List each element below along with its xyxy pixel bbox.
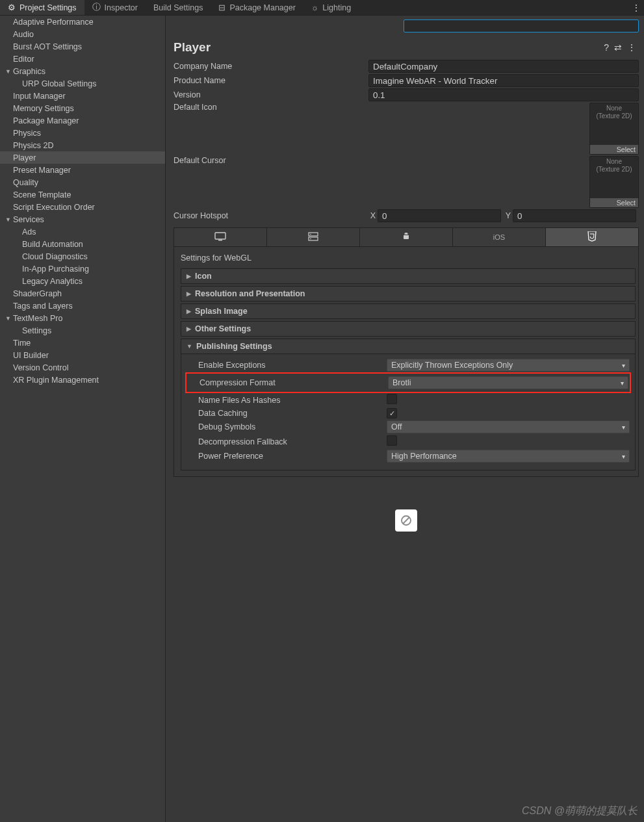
- platform-tab-ios[interactable]: iOS: [453, 228, 546, 246]
- compression-format-dropdown[interactable]: Brotli: [388, 376, 628, 389]
- publishing-settings-body: Enable Exceptions Explicitly Thrown Exce…: [181, 354, 636, 470]
- sidebar-item-burst-aot[interactable]: Burst AOT Settings: [0, 40, 165, 53]
- foldout-label: Other Settings: [195, 324, 251, 333]
- dropdown-value: High Performance: [391, 452, 457, 461]
- sidebar-item-in-app-purchasing[interactable]: In-App Purchasing: [0, 263, 165, 275]
- menu-icon[interactable]: ⋮: [627, 42, 636, 53]
- company-name-input[interactable]: [368, 60, 639, 73]
- texture-none: None: [590, 158, 638, 166]
- tab-label: Lighting: [322, 3, 351, 12]
- sidebar-item-urp-global[interactable]: URP Global Settings: [0, 77, 165, 90]
- platform-tab-server[interactable]: [267, 228, 360, 246]
- sidebar-item-time[interactable]: Time: [0, 337, 165, 349]
- power-preference-dropdown[interactable]: High Performance: [387, 450, 630, 463]
- data-caching-checkbox[interactable]: ✓: [387, 408, 397, 418]
- sidebar-item-textmesh-settings[interactable]: Settings: [0, 324, 165, 337]
- sidebar-item-shadergraph[interactable]: ShaderGraph: [0, 287, 165, 300]
- sidebar-item-xr-plugin[interactable]: XR Plugin Management: [0, 374, 165, 386]
- dropdown-value: Explicitly Thrown Exceptions Only: [391, 361, 513, 370]
- texture-none: None: [590, 105, 638, 112]
- tab-bar: ⚙ Project Settings ⓘ Inspector Build Set…: [0, 0, 644, 16]
- product-name-input[interactable]: [368, 74, 639, 87]
- sidebar-item-player[interactable]: Player: [0, 151, 165, 164]
- settings-for-label: Settings for WebGL: [181, 251, 636, 266]
- foldout-resolution[interactable]: Resolution and Presentation: [181, 286, 636, 302]
- sidebar-item-tags-layers[interactable]: Tags and Layers: [0, 300, 165, 312]
- sidebar-item-preset-manager[interactable]: Preset Manager: [0, 164, 165, 176]
- name-files-hashes-checkbox[interactable]: [387, 394, 397, 404]
- sidebar-item-graphics[interactable]: Graphics: [0, 65, 165, 77]
- platform-tab-standalone[interactable]: [174, 228, 267, 246]
- version-label: Version: [174, 90, 368, 99]
- sidebar-item-input-manager[interactable]: Input Manager: [0, 90, 165, 102]
- debug-symbols-dropdown[interactable]: Off: [387, 420, 630, 433]
- sidebar-item-adaptive-performance[interactable]: Adaptive Performance: [0, 16, 165, 28]
- foldout-splash-image[interactable]: Splash Image: [181, 303, 636, 319]
- sidebar-item-textmesh-pro[interactable]: TextMesh Pro: [0, 312, 165, 324]
- enable-exceptions-dropdown[interactable]: Explicitly Thrown Exceptions Only: [387, 359, 630, 372]
- compression-format-highlight: Compression Format Brotli: [185, 372, 631, 393]
- x-label: X: [368, 211, 378, 220]
- sidebar-item-scene-template[interactable]: Scene Template: [0, 188, 165, 201]
- sidebar-item-quality[interactable]: Quality: [0, 176, 165, 188]
- sidebar-item-legacy-analytics[interactable]: Legacy Analytics: [0, 275, 165, 287]
- foldout-label: Icon: [195, 272, 212, 281]
- preset-icon[interactable]: ⇄: [614, 42, 622, 53]
- sidebar-item-build-automation[interactable]: Build Automation: [0, 238, 165, 250]
- tab-package-manager[interactable]: ⊟ Package Manager: [211, 0, 303, 15]
- sidebar-item-version-control[interactable]: Version Control: [0, 361, 165, 374]
- content-pane: ⌕ Player ? ⇄ ⋮ Company Name Product Name: [166, 16, 644, 822]
- sidebar-item-services[interactable]: Services: [0, 213, 165, 225]
- select-button[interactable]: Select: [590, 198, 638, 207]
- sidebar-label: TextMesh Pro: [13, 314, 62, 323]
- tab-overflow-menu[interactable]: ⋮: [628, 0, 644, 15]
- decompression-fallback-checkbox[interactable]: [387, 435, 397, 446]
- search-input[interactable]: [404, 19, 639, 32]
- tab-project-settings[interactable]: ⚙ Project Settings: [0, 0, 84, 15]
- product-name-label: Product Name: [174, 76, 368, 85]
- foldout-publishing-settings[interactable]: Publishing Settings: [181, 339, 636, 354]
- platform-tab-android[interactable]: [360, 228, 453, 246]
- tab-label: Build Settings: [153, 3, 203, 12]
- svg-line-9: [404, 518, 409, 524]
- default-icon-label: Default Icon: [174, 103, 368, 155]
- default-cursor-slot[interactable]: None (Texture 2D) Select: [589, 156, 639, 208]
- sidebar-item-ui-builder[interactable]: UI Builder: [0, 349, 165, 361]
- tab-build-settings[interactable]: Build Settings: [146, 0, 211, 15]
- platform-tab-webgl[interactable]: [546, 228, 638, 246]
- foldout-label: Publishing Settings: [196, 342, 272, 351]
- sidebar-item-package-manager[interactable]: Package Manager: [0, 114, 165, 127]
- svg-point-7: [407, 233, 407, 234]
- sidebar-item-physics[interactable]: Physics: [0, 127, 165, 139]
- svg-point-4: [310, 234, 311, 235]
- sidebar-item-physics-2d[interactable]: Physics 2D: [0, 139, 165, 151]
- platform-tabs: iOS: [174, 227, 639, 247]
- foldout-other-settings[interactable]: Other Settings: [181, 321, 636, 337]
- sidebar-item-script-execution-order[interactable]: Script Execution Order: [0, 201, 165, 213]
- sidebar-item-editor[interactable]: Editor: [0, 53, 165, 65]
- tab-label: Inspector: [105, 3, 138, 12]
- sidebar-label: Services: [13, 215, 44, 224]
- cursor-hotspot-x-input[interactable]: [378, 209, 501, 222]
- sidebar-item-audio[interactable]: Audio: [0, 28, 165, 40]
- sidebar-item-memory-settings[interactable]: Memory Settings: [0, 102, 165, 114]
- page-title: Player: [174, 40, 604, 55]
- tab-inspector[interactable]: ⓘ Inspector: [84, 0, 146, 15]
- dropdown-value: Brotli: [393, 378, 411, 387]
- package-icon: ⊟: [218, 3, 225, 12]
- help-icon[interactable]: ?: [604, 42, 609, 53]
- android-icon: [402, 232, 411, 242]
- decompression-fallback-label: Decompression Fallback: [187, 437, 387, 446]
- default-cursor-label: Default Cursor: [174, 156, 368, 208]
- sidebar-item-cloud-diagnostics[interactable]: Cloud Diagnostics: [0, 250, 165, 263]
- sidebar-item-ads[interactable]: Ads: [0, 225, 165, 238]
- name-files-hashes-label: Name Files As Hashes: [187, 396, 387, 405]
- tab-lighting[interactable]: ☼ Lighting: [303, 0, 359, 15]
- tab-label: Project Settings: [19, 3, 77, 12]
- version-input[interactable]: [368, 88, 639, 101]
- cursor-hotspot-y-input[interactable]: [513, 209, 636, 222]
- select-button[interactable]: Select: [590, 145, 638, 154]
- svg-point-6: [404, 233, 405, 234]
- foldout-icon[interactable]: Icon: [181, 268, 636, 284]
- default-icon-slot[interactable]: None (Texture 2D) Select: [589, 103, 639, 155]
